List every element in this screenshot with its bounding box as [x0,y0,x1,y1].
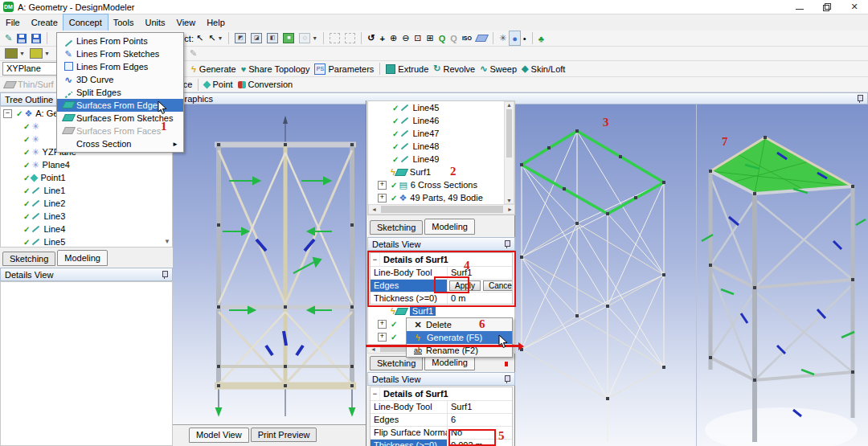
menu-split-edges[interactable]: Split Edges [57,86,183,99]
tree-item-line1[interactable]: ✓ Line1 [1,184,172,197]
tab-sketching[interactable]: Sketching [370,356,423,370]
iso-view-button[interactable]: ISO [460,31,474,45]
save-button[interactable] [14,31,29,45]
model-view-wireframe[interactable] [514,104,696,446]
share-topology-button[interactable]: ♥Share Topology [239,62,313,76]
expand-icon[interactable]: + [378,181,387,190]
lasso-select-button[interactable] [342,31,358,45]
menu-units[interactable]: Units [139,14,170,31]
menu-view[interactable]: View [171,14,202,31]
face-color-dropdown[interactable]: ▼ [27,47,52,60]
edge-color-dropdown[interactable]: ▼ [2,47,27,60]
skin-loft-button[interactable]: ◆Skin/Loft [519,62,567,76]
tree-item-line48[interactable]: ✓Line48 [368,140,514,153]
zoom-out-button[interactable]: ⊖ [399,31,411,45]
box-select-button[interactable] [327,31,342,45]
menu-lines-from-edges[interactable]: Lines From Edges [57,60,183,73]
menu-lines-from-sketches[interactable]: ✎Lines From Sketches [57,47,183,60]
restore-button[interactable] [813,0,841,14]
conversion-button[interactable]: Conversion [235,78,296,92]
property-value[interactable]: 6 [448,414,512,426]
select-face-button[interactable]: ◧ [264,31,280,45]
tree-item-surf1-selected[interactable]: ϟ Surf1 [368,305,514,317]
property-value[interactable]: 0 m [448,293,512,305]
tree-item-line5[interactable]: ✓ Line5 [1,235,172,248]
menu-help[interactable]: Help [201,14,231,31]
zoom-in-button[interactable]: ⊕ [387,31,399,45]
tab-model-view[interactable]: Model View [189,428,249,443]
tab-modeling[interactable]: Modeling [424,219,475,235]
magnifier-on-button[interactable]: Q [436,31,448,45]
apply-button[interactable]: Apply [449,280,481,291]
expand-icon[interactable]: + [378,194,387,203]
save-as-button[interactable] [29,31,43,45]
property-value[interactable]: Surf1 [448,267,512,279]
context-menu-generate[interactable]: ϟGenerate (F5) [407,331,512,344]
select-cursor-button[interactable]: ↖ [194,31,206,45]
tab-sketching[interactable]: Sketching [370,220,423,235]
close-button[interactable]: ✕ [841,0,868,14]
point-button[interactable]: Point [202,78,235,92]
box-zoom-button[interactable]: ⊡ [411,31,424,45]
model-view-result[interactable] [696,104,868,446]
generate-button[interactable]: ϟGenerate [189,62,239,76]
tree-item-plane4[interactable]: ✓ ✳ Plane4 [1,158,172,171]
sweep-button[interactable]: ∿Sweep [477,62,519,76]
menu-cross-section[interactable]: Cross Section► [57,137,183,150]
pan-button[interactable]: + [377,31,387,45]
tree-item-line4[interactable]: ✓ Line4 [1,223,172,235]
tab-print-preview[interactable]: Print Preview [251,428,317,442]
select-vertex-button[interactable]: ◩ [232,31,248,45]
rotate-button[interactable]: ↺ [365,31,377,45]
annotation-tool-button[interactable]: ✎ [187,47,199,60]
extrude-button[interactable]: Extrude [383,62,431,76]
tree-item-line47[interactable]: ✓Line47 [368,127,514,140]
thin-surface-button[interactable]: Thin/Surf [2,78,56,92]
tab-modeling[interactable]: Modeling [57,250,108,266]
horizontal-scrollbar[interactable]: ◄ ► [368,204,515,215]
scroll-down-icon[interactable]: ▼ [505,198,514,203]
scroll-up-icon[interactable]: ▲ [505,102,514,108]
pin-icon[interactable] [503,239,510,248]
tree-item-point1[interactable]: ✓ Point1 [1,171,172,184]
menu-lines-from-points[interactable]: Lines From Points [57,35,183,47]
tab-sketching[interactable]: Sketching [2,252,55,266]
select-edge-button[interactable]: ◪ [248,31,264,45]
pin-icon[interactable] [503,374,510,383]
tree-item-line49[interactable]: ✓Line49 [368,153,514,166]
magnifier-off-button[interactable]: Q [448,31,460,45]
display-plane-button[interactable]: ✳ [497,31,509,45]
context-menu-delete[interactable]: ✕Delete [407,318,512,331]
pin-icon[interactable] [161,270,168,279]
model-view-front[interactable] [173,104,366,424]
pin-icon[interactable] [856,94,863,103]
tree-item-line45[interactable]: ✓Line45 [368,101,514,114]
collapse-icon[interactable]: − [371,387,380,400]
display-model-button[interactable]: ● [509,31,521,46]
property-value[interactable]: Surf1 [448,401,512,413]
zoom-fit-button[interactable]: ⊞ [424,31,436,45]
menu-tools[interactable]: Tools [108,14,140,31]
select-mode-dropdown[interactable]: ↖▼ [206,31,225,45]
extend-selection-dropdown[interactable]: ◇▼ [297,31,320,45]
display-edges-button[interactable]: ♣ [536,31,547,45]
tree-item-line2[interactable]: ✓ Line2 [1,197,172,210]
expand-icon[interactable]: + [378,320,387,329]
parameters-button[interactable]: PSParameters [312,62,376,76]
menu-create[interactable]: Create [26,14,63,31]
menu-3d-curve[interactable]: ∿3D Curve [57,73,183,86]
tree-item-cross-sections[interactable]: +✓▤6 Cross Sections [368,178,514,191]
scroll-left-icon[interactable]: ◄ [369,207,379,212]
cancel-button[interactable]: Cancel [483,280,512,291]
tree-item-parts[interactable]: +✓❖49 Parts, 49 Bodie [368,191,514,204]
collapse-icon[interactable]: − [371,253,380,266]
scroll-down-icon[interactable]: ▼ [164,238,170,245]
expand-icon[interactable]: + [378,333,387,342]
collapse-icon[interactable]: − [3,109,12,118]
revolve-button[interactable]: ↻Revolve [431,62,477,76]
menu-file[interactable]: File [0,14,26,31]
look-at-button[interactable] [474,31,489,45]
new-sketch-button[interactable]: ✎ [2,31,14,45]
select-body-button[interactable]: ■ [280,31,297,45]
scroll-right-icon[interactable]: ► [505,207,515,212]
